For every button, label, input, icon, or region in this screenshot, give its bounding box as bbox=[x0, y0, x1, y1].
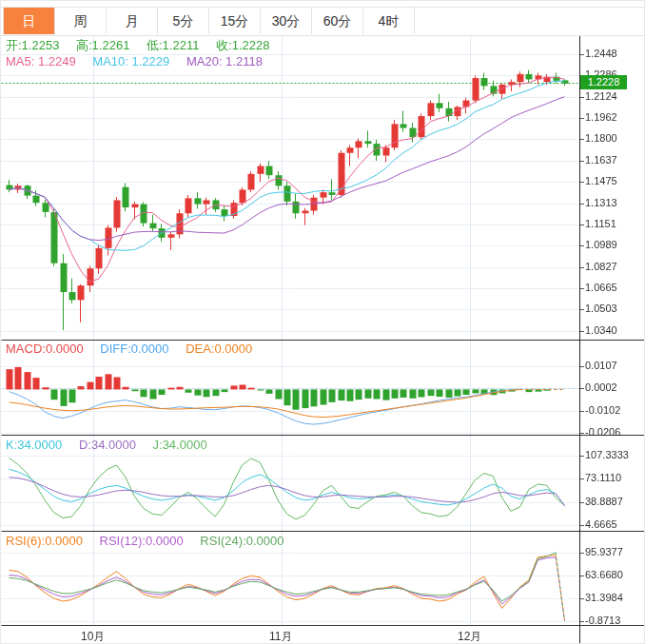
y-axis-label: -0.8713 bbox=[585, 615, 620, 626]
ma5-value: MA5: 1.2249 bbox=[6, 54, 76, 68]
y-axis-label: 1.0665 bbox=[585, 282, 617, 293]
ma-readout: MA5: 1.2249 MA10: 1.2229 MA20: 1.2118 bbox=[6, 54, 276, 68]
y-axis-label: 1.1475 bbox=[585, 175, 617, 186]
y-axis-label: 1.1962 bbox=[585, 111, 617, 123]
y-axis-label: 1.1151 bbox=[585, 218, 616, 229]
y-axis-tick bbox=[580, 331, 584, 332]
y-axis-label: 1.0340 bbox=[585, 324, 617, 336]
y-axis-label: 1.1800 bbox=[585, 132, 617, 144]
y-axis-label: -0.0206 bbox=[585, 426, 620, 438]
rsi-readout: RSI(6):0.0000 RSI(12):0.0000 RSI(24):0.0… bbox=[6, 534, 298, 548]
y-axis-label: 0.0107 bbox=[585, 360, 617, 371]
tab-month[interactable]: 月 bbox=[107, 8, 158, 34]
x-axis-label: 11月 bbox=[269, 629, 292, 644]
tab-day[interactable]: 日 bbox=[3, 8, 55, 34]
open-value: 开:1.2253 bbox=[6, 38, 59, 52]
y-axis-label: 1.0989 bbox=[585, 239, 617, 250]
dea-value: DEA:0.0000 bbox=[186, 342, 252, 356]
low-value: 低:1.2211 bbox=[147, 38, 199, 52]
tab-week[interactable]: 周 bbox=[55, 8, 107, 34]
chart-widget: 日 周 月 5分 15分 30分 60分 4时 开:1.2253 高:1.226… bbox=[0, 0, 645, 644]
diff-value: DIFF:0.0000 bbox=[100, 342, 168, 356]
y-axis-label: 95.9377 bbox=[585, 546, 623, 557]
y-axis-tick bbox=[580, 267, 584, 268]
y-axis-tick bbox=[580, 161, 584, 162]
y-axis-tick bbox=[580, 97, 584, 98]
j-value: J:34.0000 bbox=[153, 438, 207, 452]
tab-30min[interactable]: 30分 bbox=[261, 8, 312, 34]
y-axis-tick bbox=[580, 478, 584, 479]
y-axis-tick bbox=[580, 433, 584, 434]
y-axis-tick bbox=[580, 245, 584, 246]
y-axis-label: -0.0102 bbox=[585, 404, 620, 416]
y-axis-label: 0.0002 bbox=[585, 381, 617, 393]
y-axis-tick bbox=[580, 224, 584, 225]
ma20-value: MA20: 1.2118 bbox=[186, 54, 263, 68]
high-value: 高:1.2261 bbox=[76, 38, 129, 52]
y-axis-tick bbox=[580, 118, 584, 119]
tab-60min[interactable]: 60分 bbox=[312, 8, 363, 34]
y-axis-tick bbox=[580, 204, 584, 205]
y-axis-label: 38.8887 bbox=[585, 496, 623, 507]
y-axis-tick bbox=[580, 139, 584, 140]
tab-4hour[interactable]: 4时 bbox=[363, 8, 415, 34]
y-axis-label: 4.6665 bbox=[585, 518, 617, 530]
y-axis-tick bbox=[580, 502, 584, 503]
y-axis-label: 107.3333 bbox=[585, 449, 629, 460]
y-axis-tick bbox=[580, 366, 584, 367]
y-axis-tick bbox=[580, 388, 584, 389]
y-axis-tick bbox=[580, 309, 584, 310]
y-axis-label: 31.3984 bbox=[585, 592, 623, 603]
y-axis-label: 1.2124 bbox=[585, 90, 617, 102]
y-axis-label: 1.0827 bbox=[585, 261, 617, 272]
ma10-value: MA10: 1.2229 bbox=[92, 54, 169, 68]
close-value: 收:1.2228 bbox=[216, 38, 269, 52]
tab-15min[interactable]: 15分 bbox=[209, 8, 261, 34]
tab-5min[interactable]: 5分 bbox=[158, 8, 209, 34]
current-price-badge: 1.2228 bbox=[580, 75, 627, 89]
rsi24-value: RSI(24):0.0000 bbox=[200, 534, 283, 548]
y-axis-label: 1.2448 bbox=[585, 48, 617, 59]
y-axis-tick bbox=[580, 288, 584, 289]
y-axis-label: 1.1313 bbox=[585, 197, 617, 208]
y-axis-label: 63.6680 bbox=[585, 569, 623, 580]
y-axis-tick bbox=[580, 54, 584, 55]
x-axis-label: 10月 bbox=[81, 629, 105, 644]
kdj-readout: K:34.0000 D:34.0000 J:34.0000 bbox=[6, 438, 221, 452]
rsi12-value: RSI(12):0.0000 bbox=[100, 534, 184, 548]
y-axis-tick bbox=[580, 598, 584, 599]
y-axis-label: 1.1637 bbox=[585, 154, 617, 166]
y-axis-tick bbox=[580, 576, 584, 576]
ohlc-readout: 开:1.2253 高:1.2261 低:1.2211 收:1.2228 bbox=[6, 37, 283, 54]
macd-value: MACD:0.0000 bbox=[6, 342, 84, 356]
timeframe-tabbar: 日 周 月 5分 15分 30分 60分 4时 bbox=[1, 7, 645, 36]
y-axis-tick bbox=[580, 182, 584, 183]
y-axis-tick bbox=[580, 621, 584, 622]
y-axis-label: 73.1110 bbox=[585, 472, 621, 483]
y-axis-label: 1.0503 bbox=[585, 302, 617, 314]
x-axis-label: 12月 bbox=[458, 629, 481, 644]
y-axis-tick bbox=[580, 525, 584, 526]
y-axis-tick bbox=[580, 411, 584, 412]
y-axis-tick bbox=[580, 553, 584, 554]
d-value: D:34.0000 bbox=[79, 438, 136, 452]
macd-readout: MACD:0.0000 DIFF:0.0000 DEA:0.0000 bbox=[6, 342, 265, 356]
k-value: K:34.0000 bbox=[6, 438, 62, 452]
rsi6-value: RSI(6):0.0000 bbox=[6, 534, 83, 548]
y-axis-tick bbox=[580, 456, 584, 457]
